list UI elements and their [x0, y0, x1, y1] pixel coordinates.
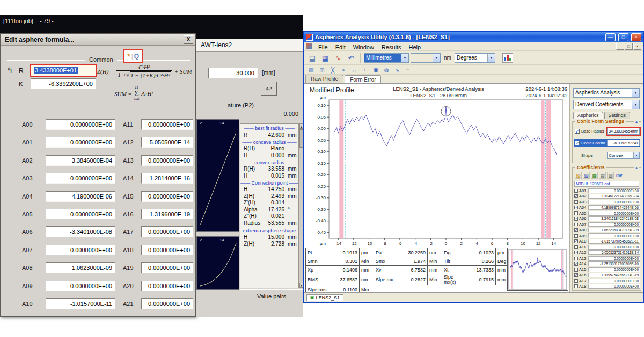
width-icon[interactable]: ↔	[349, 65, 359, 74]
coefficient-row[interactable]: ✓A081.06228503479774E-09	[574, 228, 640, 233]
coeff-input[interactable]: 1.0623000E-09	[46, 262, 115, 273]
coeff-input[interactable]: 0.0000000E+00	[141, 155, 193, 166]
profile-thumbnail[interactable]	[507, 248, 568, 291]
coeff-input[interactable]: 0.0000000E+00	[141, 119, 193, 130]
menu-help[interactable]: Help	[405, 43, 425, 51]
mdi-restore-icon[interactable]: □	[625, 43, 633, 50]
coeff-input[interactable]: 5.0505000E-14	[141, 137, 193, 148]
coefficient-row[interactable]: ✓A125.05052373141011E-14	[574, 250, 640, 256]
coefficient-checkbox[interactable]	[574, 284, 578, 288]
coefficient-source-combo[interactable]: Derived Coefficients ▼	[573, 100, 640, 109]
coeff-input[interactable]: 0.0000000E+00	[141, 245, 193, 255]
menu-window[interactable]: Window	[349, 43, 378, 51]
dialog-titlebar[interactable]: Edit asphere formula... X	[1, 34, 195, 46]
coeff-input[interactable]: 0.0000000E+00	[46, 209, 115, 219]
dual-profile-icon[interactable]: ◫	[317, 65, 327, 74]
window-titlebar[interactable]: Aspherics Analysis Utility (4.3.1.6) - […	[304, 32, 643, 42]
list-icon[interactable]: ≡	[403, 65, 413, 74]
remove-region-icon[interactable]: ╳	[328, 65, 338, 74]
coeff-input[interactable]: 0.0000000E+00	[141, 262, 193, 273]
coefficient-checkbox[interactable]	[574, 268, 578, 272]
table-view-icon[interactable]: ▤	[599, 172, 606, 179]
coefficient-row[interactable]: A030.0000000E+00	[574, 199, 640, 205]
chevron-down-icon[interactable]: ▼	[632, 100, 639, 109]
diameter-input[interactable]: 30.000	[208, 68, 258, 78]
coefficient-checkbox[interactable]	[574, 245, 578, 249]
coefficient-row[interactable]: A150.0000000E+00	[574, 267, 640, 273]
menu-file[interactable]: File	[314, 43, 332, 51]
coeff-input[interactable]: 0.0000000E+00	[141, 191, 193, 202]
save-coeff-icon[interactable]: ▧	[583, 172, 590, 179]
shape-combo[interactable]: Convex ▼	[607, 152, 640, 159]
coefficient-row[interactable]: ✓A161.31957547666214E-19	[574, 273, 640, 279]
coefficient-checkbox[interactable]: ✓	[574, 228, 578, 232]
coeff-input[interactable]: 0.0000000E+00	[46, 119, 115, 130]
coefficient-row[interactable]: A180.0000000E+00	[574, 284, 640, 290]
scroll-up-icon[interactable]: ▲	[299, 124, 303, 129]
coefficient-row[interactable]: ✓A04-4.18999371445244E-06	[574, 205, 640, 211]
analysis-type-combo[interactable]: Aspherics Analysis ▼	[573, 88, 640, 98]
band-select-icon[interactable]: ▥	[306, 65, 316, 74]
scroll-down-icon[interactable]: ▼	[299, 283, 303, 288]
coefficient-checkbox[interactable]	[574, 279, 578, 283]
coefficient-checkbox[interactable]	[574, 257, 578, 260]
coefficient-row[interactable]: A090.0000000E+00	[574, 233, 640, 239]
undo-button[interactable]: ↩	[261, 82, 277, 96]
copy-radius-icon[interactable]: ↰	[4, 65, 16, 76]
coeff-input[interactable]: -3.3401000E-08	[46, 226, 115, 237]
angle-units-combo[interactable]: Degrees ▼	[455, 53, 495, 63]
mdi-close-icon[interactable]: ×	[633, 43, 641, 50]
collapse-icon[interactable]: ▴	[634, 165, 639, 170]
lens-icon[interactable]: ◍	[382, 65, 391, 74]
coeff-input[interactable]: 0.0000000E+00	[141, 281, 193, 291]
coefficient-row[interactable]: ✓A10-1.01573790545862E-11	[574, 239, 640, 245]
conic-constant-checkbox[interactable]: ✓	[575, 141, 580, 145]
invert-button[interactable]: Inv	[615, 173, 623, 178]
coefficient-row[interactable]: A070.0000000E+00	[574, 222, 640, 228]
mdi-minimize-icon[interactable]: —	[616, 43, 624, 50]
coefficient-checkbox[interactable]: ✓	[574, 206, 578, 209]
coeff-input[interactable]: 0.0000000E+00	[141, 226, 193, 237]
coefficient-checkbox[interactable]: ✓	[574, 262, 578, 266]
coeff-input[interactable]: 0.0000000E+00	[46, 281, 115, 291]
coefficient-row[interactable]: ✓A023.38461721743036E-04	[574, 194, 640, 200]
coefficient-row[interactable]: A050.0000000E+00	[574, 210, 640, 216]
copy-profile-icon[interactable]: ▤	[306, 53, 318, 63]
formula-wizard-button[interactable]: * | Q	[123, 49, 143, 63]
coefficient-checkbox[interactable]	[574, 223, 578, 226]
tab-aspherics[interactable]: Aspherics	[573, 112, 603, 119]
scroll-thumb[interactable]	[299, 129, 303, 148]
coeff-input[interactable]: 0.0000000E+00	[46, 173, 115, 184]
value-pairs-button[interactable]: Value pairs	[240, 289, 303, 303]
coefficient-row[interactable]: ✓A06-3.34012184624018E-08	[574, 216, 640, 222]
reload-profile-icon[interactable]: ↶	[345, 53, 357, 63]
coefficient-row[interactable]: A010.0000000E+00	[574, 188, 640, 194]
tab-form-error[interactable]: Form Error	[345, 75, 381, 84]
coeff-input[interactable]: 3.3846000E-04	[46, 155, 115, 166]
block-icon[interactable]: ▣	[371, 65, 380, 74]
export-excel-icon[interactable]: ▦	[591, 172, 598, 179]
form-error-chart[interactable]: 0.100.050.00-0.05-0.10-0.15-0.20-0.25-0.…	[304, 97, 569, 249]
collapse-icon[interactable]: ▴	[634, 119, 639, 124]
maximize-icon[interactable]: □	[618, 33, 628, 41]
coeff-input[interactable]: 1.3196000E-19	[141, 209, 193, 219]
coefficient-checkbox[interactable]	[574, 200, 578, 204]
radius-input[interactable]: 3.4338000E+01	[31, 65, 96, 76]
coefficient-checkbox[interactable]: ✓	[574, 194, 578, 198]
coefficient-checkbox[interactable]	[574, 211, 578, 215]
document-tab[interactable]: ▣ LENS2_S1	[306, 294, 343, 301]
centre-icon[interactable]: ⌖	[339, 65, 348, 74]
coefficient-checkbox[interactable]	[574, 189, 578, 193]
tab-raw-profile[interactable]: Raw Profile	[305, 75, 343, 83]
menu-results[interactable]: Results	[378, 43, 405, 51]
grid-view-icon[interactable]: ▥	[607, 172, 614, 179]
coefficient-row[interactable]: A170.0000000E+00	[574, 278, 640, 284]
close-icon[interactable]: ×	[631, 33, 641, 41]
add-marker-icon[interactable]: +	[360, 65, 370, 74]
chevron-down-icon[interactable]: ▼	[633, 152, 639, 158]
waveform-icon[interactable]: ∿	[392, 65, 402, 74]
chevron-down-icon[interactable]: ▼	[401, 54, 408, 62]
coefficient-checkbox[interactable]: ✓	[574, 273, 578, 277]
coefficient-row[interactable]: A110.0000000E+00	[574, 244, 640, 250]
coefficient-checkbox[interactable]: ✓	[574, 239, 578, 243]
